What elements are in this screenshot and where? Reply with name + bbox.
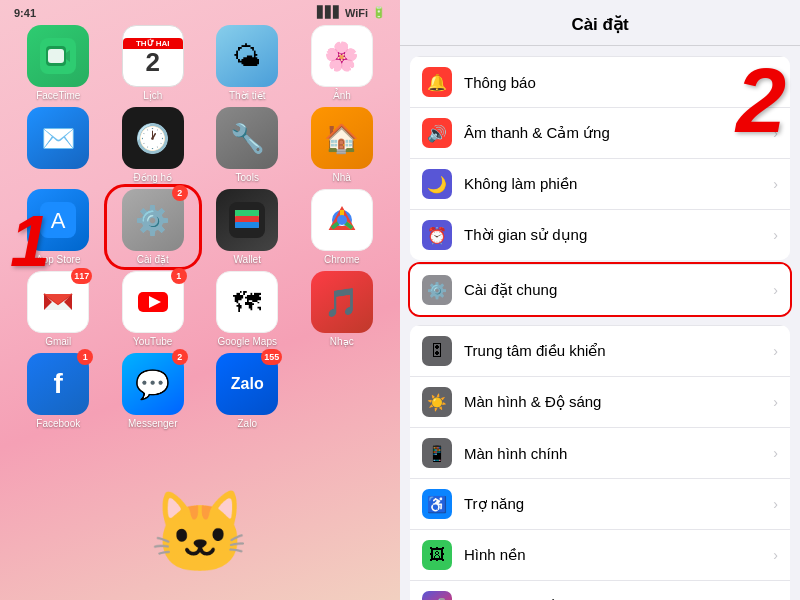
facetime-label: FaceTime xyxy=(36,90,80,101)
status-bar: 9:41 ▋▋▋ WiFi 🔋 xyxy=(0,0,400,21)
homescreen-label: Màn hình chính xyxy=(464,445,773,462)
settings-group-1: 🔔 Thông báo › 🔊 Âm thanh & Cảm ứng › 🌙 K… xyxy=(410,56,790,260)
settings-item-caidatchung[interactable]: ⚙️ Cài đặt chung › xyxy=(410,264,790,315)
weather-label: Thời tiết xyxy=(229,90,265,101)
svg-text:A: A xyxy=(51,208,66,233)
time-icon: ⏰ xyxy=(422,220,452,250)
zalo-badge: 155 xyxy=(261,349,282,365)
calendar-icon: THỨ HAI 2 xyxy=(122,25,184,87)
wallpaper-icon: 🖼 xyxy=(422,540,452,570)
status-time: 9:41 xyxy=(14,7,36,19)
youtube-label: YouTube xyxy=(133,336,172,347)
zalo-label: Zalo xyxy=(238,418,257,429)
calendar-label: Lịch xyxy=(143,90,162,101)
svg-point-13 xyxy=(337,215,347,225)
settings-item-manhinhchinh[interactable]: 📱 Màn hình chính › xyxy=(410,428,790,479)
app-calendar[interactable]: THỨ HAI 2 Lịch xyxy=(109,25,198,101)
app-maps[interactable]: 🗺 Google Maps xyxy=(203,271,292,347)
chrome-label: Chrome xyxy=(324,254,360,265)
photos-label: Ảnh xyxy=(333,90,351,101)
chrome-icon xyxy=(311,189,373,251)
wallpaper-chevron: › xyxy=(773,547,778,563)
signal-icon: ▋▋▋ xyxy=(317,6,341,19)
app-home[interactable]: 🏠 Nhà xyxy=(298,107,387,183)
homescreen-icon: 📱 xyxy=(422,438,452,468)
right-panel: Cài đặt 🔔 Thông báo › 🔊 Âm thanh & Cảm ứ… xyxy=(400,0,800,600)
music-icon: 🎵 xyxy=(311,271,373,333)
maps-icon: 🗺 xyxy=(216,271,278,333)
settings-group-general-highlighted: ⚙️ Cài đặt chung › xyxy=(410,264,790,315)
app-zalo[interactable]: 155 Zalo Zalo xyxy=(203,353,292,429)
mail-icon: ✉️ xyxy=(27,107,89,169)
youtube-badge: 1 xyxy=(171,268,187,284)
messenger-label: Messenger xyxy=(128,418,177,429)
general-chevron: › xyxy=(773,282,778,298)
siri-icon: 🎤 xyxy=(422,591,452,600)
clock-icon: 🕐 xyxy=(122,107,184,169)
dnd-label: Không làm phiền xyxy=(464,175,773,193)
accessibility-chevron: › xyxy=(773,496,778,512)
settings-badge: 2 xyxy=(172,185,188,201)
settings-header: Cài đặt xyxy=(400,0,800,46)
wifi-icon: WiFi xyxy=(345,7,368,19)
settings-item-khonglam[interactable]: 🌙 Không làm phiền › xyxy=(410,159,790,210)
app-weather[interactable]: 🌤 Thời tiết xyxy=(203,25,292,101)
settings-item-trungtam[interactable]: 🎛 Trung tâm điều khiển › xyxy=(410,325,790,377)
settings-item-manhinh[interactable]: ☀️ Màn hình & Độ sáng › xyxy=(410,377,790,428)
messenger-badge: 2 xyxy=(172,349,188,365)
app-tools[interactable]: 🔧 Tools xyxy=(203,107,292,183)
settings-item-hinhnenn[interactable]: 🖼 Hình nền › xyxy=(410,530,790,581)
svg-rect-1 xyxy=(48,49,64,63)
status-icons: ▋▋▋ WiFi 🔋 xyxy=(317,6,386,19)
notif-icon: 🔔 xyxy=(422,67,452,97)
display-chevron: › xyxy=(773,394,778,410)
app-music[interactable]: 🎵 Nhạc xyxy=(298,271,387,347)
control-icon: 🎛 xyxy=(422,336,452,366)
settings-item-thoigian[interactable]: ⏰ Thời gian sử dụng › xyxy=(410,210,790,260)
clock-label: Đồng hồ xyxy=(133,172,172,183)
settings-item-thongbao[interactable]: 🔔 Thông báo › xyxy=(410,56,790,108)
settings-list: 🔔 Thông báo › 🔊 Âm thanh & Cảm ứng › 🌙 K… xyxy=(400,46,800,600)
notif-label: Thông báo xyxy=(464,74,773,91)
settings-item-siri[interactable]: 🎤 Siri & Tìm kiếm › xyxy=(410,581,790,600)
facebook-badge: 1 xyxy=(77,349,93,365)
facebook-icon: 1 f xyxy=(27,353,89,415)
youtube-icon: 1 xyxy=(122,271,184,333)
tools-icon: 🔧 xyxy=(216,107,278,169)
settings-icon: 2 ⚙️ xyxy=(122,189,184,251)
app-facetime[interactable]: FaceTime xyxy=(14,25,103,101)
app-gmail[interactable]: 117 Gmail xyxy=(14,271,103,347)
app-settings[interactable]: 2 ⚙️ Cài đặt xyxy=(109,189,198,265)
time-label: Thời gian sử dụng xyxy=(464,226,773,244)
music-label: Nhạc xyxy=(330,336,354,347)
app-wallet[interactable]: Wallet xyxy=(203,189,292,265)
app-clock[interactable]: 🕐 Đồng hồ xyxy=(109,107,198,183)
display-label: Màn hình & Độ sáng xyxy=(464,393,773,411)
settings-group-3: 🎛 Trung tâm điều khiển › ☀️ Màn hình & Đ… xyxy=(410,325,790,600)
sound-icon: 🔊 xyxy=(422,118,452,148)
battery-icon: 🔋 xyxy=(372,6,386,19)
time-chevron: › xyxy=(773,227,778,243)
facetime-icon xyxy=(27,25,89,87)
app-grid: FaceTime THỨ HAI 2 Lịch 🌤 Thời tiết 🌸 Ản… xyxy=(0,21,400,433)
dnd-icon: 🌙 xyxy=(422,169,452,199)
left-panel: 9:41 ▋▋▋ WiFi 🔋 FaceTime THỨ HAI 2 Lịch … xyxy=(0,0,400,600)
settings-item-tronang[interactable]: ♿ Trợ năng › xyxy=(410,479,790,530)
general-label: Cài đặt chung xyxy=(464,281,773,299)
app-chrome[interactable]: Chrome xyxy=(298,189,387,265)
general-icon: ⚙️ xyxy=(422,275,452,305)
gmail-label: Gmail xyxy=(45,336,71,347)
wallet-label: Wallet xyxy=(234,254,261,265)
app-facebook[interactable]: 1 f Facebook xyxy=(14,353,103,429)
app-youtube[interactable]: 1 YouTube xyxy=(109,271,198,347)
app-photos[interactable]: 🌸 Ảnh xyxy=(298,25,387,101)
app-mail[interactable]: ✉️ xyxy=(14,107,103,183)
accessibility-icon: ♿ xyxy=(422,489,452,519)
sound-label: Âm thanh & Cảm ứng xyxy=(464,124,773,142)
app-messenger[interactable]: 2 💬 Messenger xyxy=(109,353,198,429)
notif-chevron: › xyxy=(773,74,778,90)
control-chevron: › xyxy=(773,343,778,359)
accessibility-label: Trợ năng xyxy=(464,495,773,513)
maps-label: Google Maps xyxy=(218,336,277,347)
settings-item-amthanh[interactable]: 🔊 Âm thanh & Cảm ứng › xyxy=(410,108,790,159)
